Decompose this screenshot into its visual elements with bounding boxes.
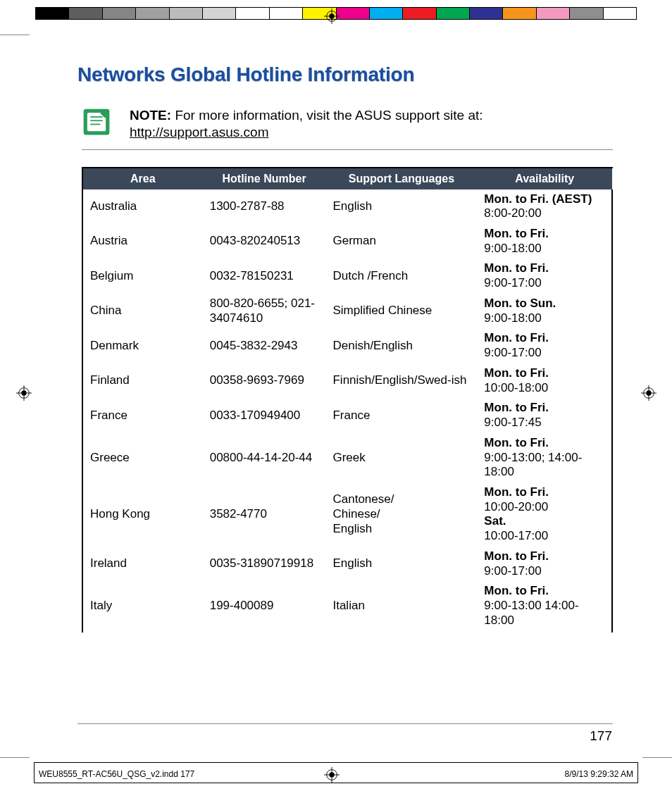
cell-hotline-number: 800-820-6655; 021-34074610	[203, 294, 326, 328]
th-support-languages: Support Languages	[325, 168, 477, 189]
cell-area: Australia	[83, 189, 203, 224]
table-row: Hong Kong3582-4770Cantonese/Chinese/Engl…	[83, 482, 612, 547]
cell-hotline-number: 0032-78150231	[203, 259, 326, 293]
registration-mark-icon	[641, 385, 657, 401]
table-header-row: Area Hotline Number Support Languages Av…	[83, 168, 612, 189]
page-title: Networks Global Hotline Information	[77, 63, 613, 86]
cell-availability: Mon. to Fri.10:00-18:00	[477, 363, 612, 398]
table-row: Belgium0032-78150231Dutch /FrenchMon. to…	[83, 259, 612, 293]
note-icon	[82, 107, 111, 137]
cell-area: Denmark	[83, 328, 203, 363]
table-row: Denmark0045-3832-2943Denish/EnglishMon. …	[83, 328, 612, 363]
table-row: Italy199-400089ItalianMon. to Fri.9:00-1…	[83, 581, 612, 632]
cell-languages: Simplified Chinese	[325, 294, 477, 328]
cell-languages: Dutch /French	[325, 259, 477, 293]
cell-area: China	[83, 294, 203, 328]
cell-availability: Mon. to Fri.9:00-17:45	[477, 398, 612, 432]
th-area: Area	[83, 168, 203, 189]
cell-languages: France	[325, 398, 477, 432]
cell-availability: Mon. to Fri.9:00-18:00	[477, 224, 612, 259]
cell-area: Austria	[83, 224, 203, 259]
cell-hotline-number: 0045-3832-2943	[203, 328, 326, 363]
cell-availability: Mon. to Fri.9:00-17:00	[477, 547, 612, 581]
crop-mark	[0, 757, 30, 758]
cell-hotline-number: 3582-4770	[203, 482, 326, 547]
cell-area: Finland	[83, 363, 203, 398]
cell-availability: Mon. to Sun.9:00-18:00	[477, 294, 612, 328]
note-block: NOTE: For more information, visit the AS…	[82, 107, 613, 150]
cell-area: Hong Kong	[83, 482, 203, 547]
cell-availability: Mon. to Fri.9:00-17:00	[477, 259, 612, 293]
registration-mark-icon	[324, 8, 340, 24]
support-link[interactable]: http://support.asus.com	[130, 125, 269, 139]
hotline-table: Area Hotline Number Support Languages Av…	[82, 167, 613, 633]
table-body: Australia1300-2787-88EnglishMon. to Fri.…	[83, 189, 612, 633]
table-row: China800-820-6655; 021-34074610Simplifie…	[83, 294, 612, 328]
cell-hotline-number: 00358-9693-7969	[203, 363, 326, 398]
table-row: Ireland0035-31890719918EnglishMon. to Fr…	[83, 547, 612, 581]
cell-area: France	[83, 398, 203, 432]
slug-filename: WEU8555_RT-AC56U_QSG_v2.indd 177	[39, 769, 194, 779]
cell-hotline-number: 00800-44-14-20-44	[203, 433, 326, 482]
cell-area: Ireland	[83, 547, 203, 581]
cell-hotline-number: 0035-31890719918	[203, 547, 326, 581]
cell-area: Greece	[83, 433, 203, 482]
cell-availability: Mon. to Fri.9:00-13:00 14:00- 18:00	[477, 581, 612, 632]
table-row: Greece00800-44-14-20-44GreekMon. to Fri.…	[83, 433, 612, 482]
cell-languages: Italian	[325, 581, 477, 632]
cell-languages: Greek	[325, 433, 477, 482]
note-body: For more information, visit the ASUS sup…	[175, 108, 483, 123]
slug-footer: WEU8555_RT-AC56U_QSG_v2.indd 177 8/9/13 …	[39, 769, 633, 779]
crop-mark	[0, 35, 30, 35]
footer-rule	[77, 723, 613, 724]
note-label: NOTE:	[130, 108, 171, 123]
cell-languages: Cantonese/Chinese/English	[325, 482, 477, 547]
cell-hotline-number: 1300-2787-88	[203, 189, 326, 224]
cell-languages: German	[325, 224, 477, 259]
cell-availability: Mon. to Fri. (AEST)8:00-20:00	[477, 189, 612, 224]
cell-hotline-number: 199-400089	[203, 581, 326, 632]
cell-hotline-number: 0043-820240513	[203, 224, 326, 259]
cell-languages: English	[325, 547, 477, 581]
cell-availability: Mon. to Fri.9:00-17:00	[477, 328, 612, 363]
crop-mark	[642, 757, 672, 758]
page-content: Networks Global Hotline Information NOTE…	[77, 63, 613, 633]
th-availability: Availability	[477, 168, 612, 189]
cell-hotline-number: 0033-170949400	[203, 398, 326, 432]
cell-languages: Denish/English	[325, 328, 477, 363]
page-number: 177	[590, 728, 612, 744]
table-row: Austria0043-820240513GermanMon. to Fri.9…	[83, 224, 612, 259]
cell-availability: Mon. to Fri.10:00-20:00Sat.10:00-17:00	[477, 482, 612, 547]
cell-area: Italy	[83, 581, 203, 632]
slug-timestamp: 8/9/13 9:29:32 AM	[565, 769, 633, 779]
registration-mark-icon	[16, 385, 32, 401]
th-hotline-number: Hotline Number	[203, 168, 326, 189]
table-row: Finland00358-9693-7969Finnish/English/Sw…	[83, 363, 612, 398]
table-row: Australia1300-2787-88EnglishMon. to Fri.…	[83, 189, 612, 224]
cell-availability: Mon. to Fri.9:00-13:00; 14:00-18:00	[477, 433, 612, 482]
cell-area: Belgium	[83, 259, 203, 293]
cell-languages: English	[325, 189, 477, 224]
note-text: NOTE: For more information, visit the AS…	[130, 107, 483, 141]
table-row: France0033-170949400FranceMon. to Fri.9:…	[83, 398, 612, 432]
cell-languages: Finnish/English/Swed-ish	[325, 363, 477, 398]
